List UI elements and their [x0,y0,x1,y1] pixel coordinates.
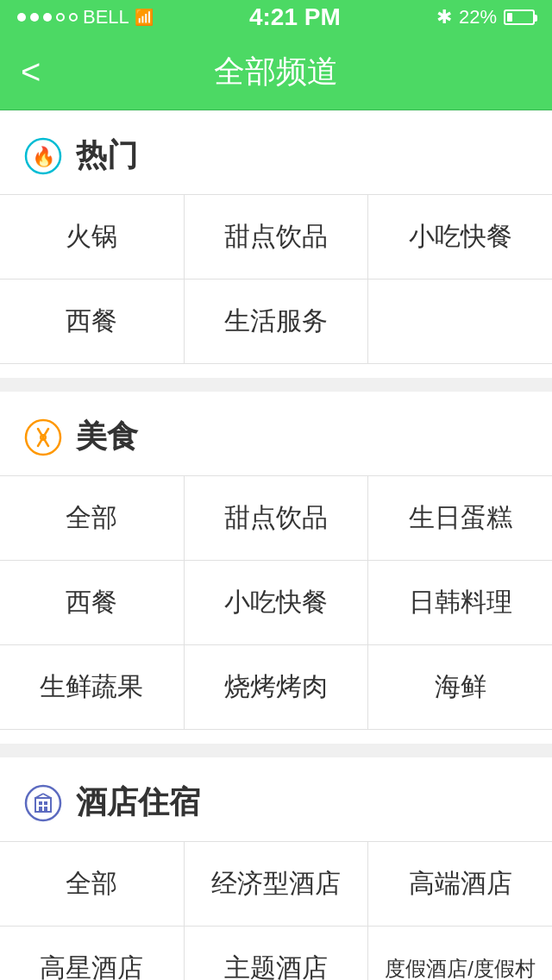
list-item[interactable]: 生活服务 [185,280,368,363]
list-item[interactable]: 小吃快餐 [368,195,552,279]
list-item[interactable]: 甜点饮品 [185,476,368,560]
list-item[interactable]: 高星酒店 [0,927,184,980]
section-food-title: 美食 [76,416,138,458]
bluetooth-icon: ✱ [436,6,452,28]
content-area: 🔥 热门 火锅 甜点饮品 小吃快餐 西餐 生活服务 [0,110,552,980]
list-item[interactable]: 日韩料理 [368,561,552,644]
svg-point-6 [26,786,60,820]
signal-dots [17,13,78,22]
section-hotel-header: 酒店住宿 [0,757,552,841]
page-title: 全部频道 [214,51,338,93]
svg-rect-10 [39,807,42,812]
food-icon [24,418,62,456]
section-hot-header: 🔥 热门 [0,110,552,194]
list-item[interactable]: 小吃快餐 [185,561,368,644]
list-item[interactable]: 全部 [0,842,184,926]
status-bar: BELL 📶 4:21 PM ✱ 22% [0,0,552,35]
svg-rect-8 [39,801,42,805]
status-left: BELL 📶 [17,6,154,28]
section-food-header: 美食 [0,392,552,475]
svg-rect-9 [44,801,47,805]
food-grid: 全部 甜点饮品 生日蛋糕 西餐 小吃快餐 日韩料理 生鲜蔬果 烧烤烤肉 海鲜 [0,475,552,730]
list-item-empty [368,280,552,363]
list-item[interactable]: 主题酒店 [185,927,368,980]
hot-icon: 🔥 [24,137,62,175]
list-item[interactable]: 生鲜蔬果 [0,645,184,729]
carrier-label: BELL [83,6,129,28]
hot-grid: 火锅 甜点饮品 小吃快餐 西餐 生活服务 [0,194,552,364]
nav-bar: < 全部频道 [0,35,552,110]
list-item[interactable]: 西餐 [0,280,184,363]
section-hot: 🔥 热门 火锅 甜点饮品 小吃快餐 西餐 生活服务 [0,110,552,378]
section-hotel: 酒店住宿 全部 经济型酒店 高端酒店 高星酒店 主题酒店 度假酒店/度假村 客栈… [0,757,552,980]
svg-text:🔥: 🔥 [32,145,56,168]
svg-rect-7 [35,798,51,812]
section-hot-title: 热门 [76,135,138,177]
hotel-grid: 全部 经济型酒店 高端酒店 高星酒店 主题酒店 度假酒店/度假村 客栈 青年旅社 [0,841,552,980]
list-item[interactable]: 烧烤烤肉 [185,645,368,729]
list-item[interactable]: 全部 [0,476,184,560]
wifi-icon: 📶 [135,8,154,27]
list-item[interactable]: 度假酒店/度假村 [368,927,552,980]
list-item[interactable]: 经济型酒店 [185,842,368,926]
list-item[interactable]: 生日蛋糕 [368,476,552,560]
battery-icon [504,9,535,25]
status-right: ✱ 22% [436,6,535,28]
list-item[interactable]: 高端酒店 [368,842,552,926]
section-hotel-title: 酒店住宿 [76,782,200,824]
list-item[interactable]: 火锅 [0,195,184,279]
list-item[interactable]: 海鲜 [368,645,552,729]
list-item[interactable]: 甜点饮品 [185,195,368,279]
list-item[interactable]: 西餐 [0,561,184,644]
time-label: 4:21 PM [249,3,341,31]
battery-percent: 22% [459,6,497,28]
section-food: 美食 全部 甜点饮品 生日蛋糕 西餐 小吃快餐 日韩料理 生鲜蔬果 烧烤烤肉 海… [0,392,552,744]
back-button[interactable]: < [21,53,41,91]
hotel-icon [24,784,62,822]
svg-rect-11 [44,807,47,812]
